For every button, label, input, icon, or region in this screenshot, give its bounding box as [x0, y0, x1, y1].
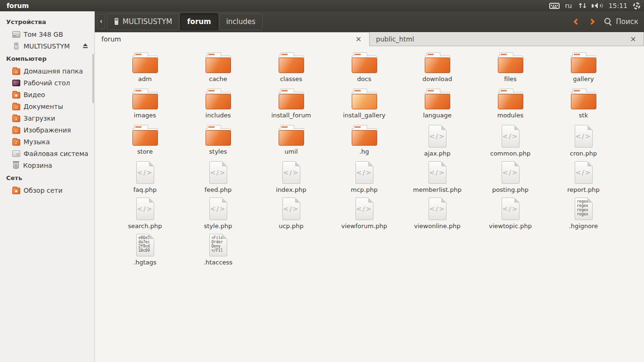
file-search.php[interactable]: </>search.php [108, 194, 182, 230]
file-stk[interactable]: stk [547, 85, 620, 122]
sidebar-item-рабочий-стол[interactable]: Рабочий стол [0, 77, 94, 89]
code-file-icon: </> [502, 161, 520, 184]
file-.htaccess[interactable]: <FileOrderDeny</Fil.htaccess [182, 230, 255, 267]
code-glyph: </> [210, 162, 227, 183]
code-file-icon: </> [429, 161, 446, 184]
file-ajax.php[interactable]: </>ajax.php [401, 122, 474, 158]
tab-close-button[interactable]: × [355, 35, 363, 43]
file-viewtopic.php[interactable]: </>viewtopic.php [474, 194, 547, 230]
breadcrumb-label: MULTISUSTYM [123, 17, 172, 26]
file-cache[interactable]: cache [182, 49, 255, 85]
sidebar-item-файловая-система[interactable]: Файловая система [0, 148, 94, 159]
file-label: download [422, 75, 452, 82]
file-store[interactable]: store [108, 122, 182, 158]
breadcrumb-forum[interactable]: forum [180, 13, 218, 30]
top-panel: forum ru ↑↓ 15:11 [0, 0, 644, 11]
sidebar-item-multisustym[interactable]: MULTISUSTYM [0, 40, 94, 52]
file-cron.php[interactable]: </>cron.php [547, 122, 620, 158]
code-file-icon: </> [136, 161, 154, 184]
code-file-icon: </> [502, 125, 520, 148]
file-index.php[interactable]: </>index.php [255, 158, 328, 194]
code-glyph: </> [210, 198, 227, 220]
sidebar-item-корзина[interactable]: Корзина [0, 159, 94, 171]
trash-icon [13, 162, 19, 169]
sidebar-item-изображения[interactable]: Изображения [0, 124, 94, 136]
session-gear-icon[interactable] [633, 2, 640, 9]
file-classes[interactable]: classes [255, 49, 328, 85]
tab-public_html[interactable]: public_html× [370, 32, 644, 46]
tab-close-button[interactable]: × [629, 35, 637, 43]
file-gallery[interactable]: gallery [547, 49, 620, 85]
file-style.php[interactable]: </>style.php [182, 194, 255, 230]
file-download[interactable]: download [401, 49, 474, 85]
sidebar-item-label: Файловая система [24, 150, 88, 157]
file-docs[interactable]: docs [328, 49, 401, 85]
file-.hg[interactable]: .hg [328, 122, 401, 158]
code-glyph: </> [429, 198, 446, 220]
keyboard-icon[interactable] [549, 3, 560, 9]
file-common.php[interactable]: </>common.php [474, 122, 547, 158]
file-adm[interactable]: adm [108, 49, 182, 85]
sidebar-item-видео[interactable]: Видео [0, 89, 94, 100]
search-label: Поиск [616, 17, 638, 26]
file-label: cron.php [570, 150, 597, 157]
folder-icon [12, 115, 20, 122]
breadcrumb-includes[interactable]: includes [219, 13, 263, 30]
code-file-icon: </> [282, 197, 300, 220]
pathbar-scroll-left-button[interactable] [97, 14, 105, 29]
forward-button[interactable] [588, 18, 595, 25]
eject-icon[interactable] [82, 43, 89, 49]
code-glyph: </> [502, 198, 519, 220]
keyboard-layout-indicator[interactable]: ru [565, 2, 572, 9]
sidebar-item-label: Том 348 GB [24, 31, 63, 38]
file-faq.php[interactable]: </>faq.php [108, 158, 182, 194]
sidebar-item-label: MULTISUSTYM [24, 42, 70, 50]
file-memberlist.php[interactable]: </>memberlist.php [401, 158, 474, 194]
file-label: modules [497, 112, 524, 119]
network-updown-icon[interactable]: ↑↓ [578, 2, 586, 9]
file-report.php[interactable]: </>report.php [547, 158, 620, 194]
breadcrumb-multisustym[interactable]: MULTISUSTYM [107, 13, 179, 30]
sidebar-item-том-348-gb[interactable]: Том 348 GB [0, 28, 94, 40]
sidebar-item-обзор-сети[interactable]: Обзор сети [0, 184, 94, 196]
sidebar-item-домашняя-папка[interactable]: Домашняя папка [0, 65, 94, 77]
file-label: docs [357, 75, 371, 82]
file-umil[interactable]: umil [255, 122, 328, 158]
volume-icon[interactable] [592, 2, 603, 9]
file-modules[interactable]: modules [474, 85, 547, 122]
file-install_forum[interactable]: install_forum [255, 85, 328, 122]
code-file-icon: </> [355, 197, 373, 220]
back-button[interactable] [573, 18, 580, 25]
search-button[interactable]: Поиск [604, 17, 638, 26]
clock[interactable]: 15:11 [609, 2, 627, 9]
file-includes[interactable]: includes [182, 85, 255, 122]
tab-label: forum [101, 35, 121, 43]
sidebar-item-музыка[interactable]: Музыка [0, 136, 94, 148]
file-viewforum.php[interactable]: </>viewforum.php [328, 194, 401, 230]
file-feed.php[interactable]: </>feed.php [182, 158, 255, 194]
file-.hgignore[interactable]: regexregexregexregex.hgignore [547, 194, 620, 230]
file-language[interactable]: language [401, 85, 474, 122]
file-install_gallery[interactable]: install_gallery [328, 85, 401, 122]
file-label: files [504, 75, 517, 82]
file-label: ucp.php [279, 222, 304, 230]
code-file-icon: </> [355, 161, 373, 184]
sidebar-item-загрузки[interactable]: Загрузки [0, 112, 94, 124]
file-styles[interactable]: styles [182, 122, 255, 158]
breadcrumb-label: forum [187, 17, 211, 26]
file-ucp.php[interactable]: </>ucp.php [255, 194, 328, 230]
file-.hgtags[interactable]: e86e5da7ec2f9cd10c69.hgtags [108, 230, 182, 267]
text-file-icon: e86e5da7ec2f9cd10c69 [136, 234, 154, 256]
path-toolbar: MULTISUSTYMforumincludes Поиск [95, 11, 644, 32]
file-posting.php[interactable]: </>posting.php [474, 158, 547, 194]
file-mcp.php[interactable]: </>mcp.php [328, 158, 401, 194]
file-label: classes [280, 75, 302, 82]
file-label: posting.php [492, 186, 528, 193]
file-files[interactable]: files [474, 49, 547, 85]
file-viewonline.php[interactable]: </>viewonline.php [401, 194, 474, 230]
file-label: viewforum.php [341, 222, 388, 230]
sidebar-item-документы[interactable]: Документы [0, 100, 94, 112]
folder-icon [425, 52, 450, 73]
file-images[interactable]: images [108, 85, 182, 122]
tab-forum[interactable]: forum× [95, 32, 370, 46]
